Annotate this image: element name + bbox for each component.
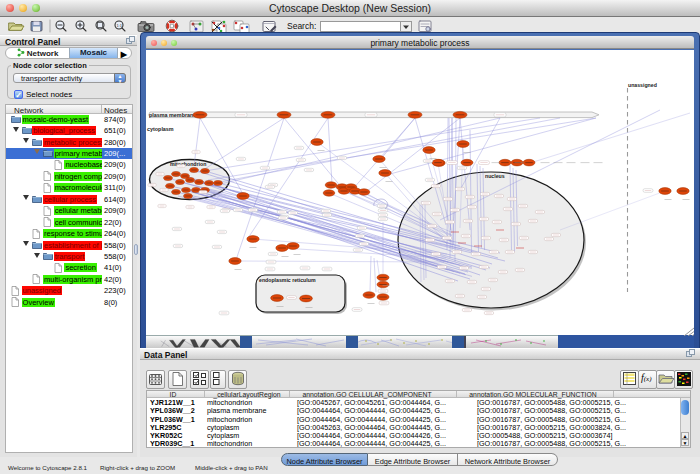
- svg-text:mitochondrion: mitochondrion: [170, 161, 206, 167]
- svg-text:cytoplasm: cytoplasm: [147, 126, 174, 132]
- svg-text:1:1: 1:1: [117, 23, 123, 28]
- svg-text:unassigned: unassigned: [628, 82, 657, 88]
- svg-text:nucleus: nucleus: [485, 173, 505, 179]
- svg-text:endoplasmic reticulum: endoplasmic reticulum: [259, 277, 316, 283]
- svg-text:Search:: Search:: [287, 21, 316, 31]
- svg-text:plasma membrane: plasma membrane: [149, 112, 196, 118]
